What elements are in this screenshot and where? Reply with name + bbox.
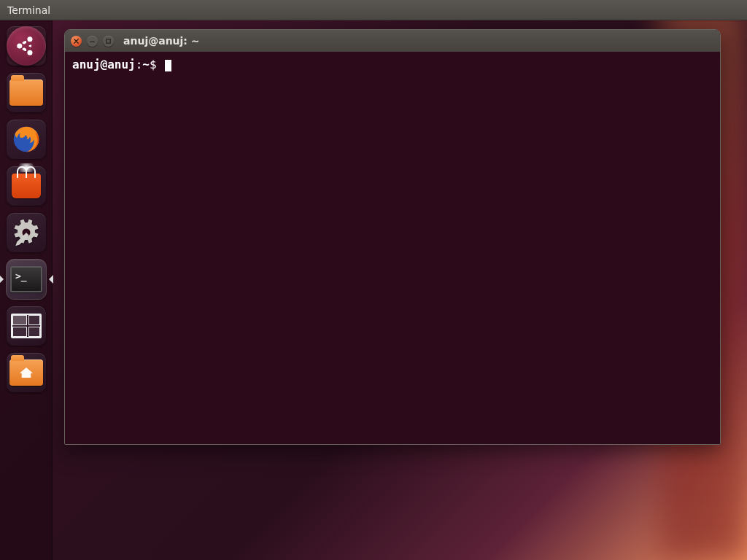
firefox-icon bbox=[9, 122, 43, 156]
prompt-path: ~ bbox=[142, 58, 150, 71]
window-maximize-button[interactable] bbox=[103, 36, 114, 47]
folder-icon bbox=[9, 79, 43, 106]
svg-point-1 bbox=[27, 36, 32, 42]
gear-wrench-icon bbox=[10, 217, 42, 249]
window-minimize-button[interactable] bbox=[87, 36, 98, 47]
minimize-icon bbox=[89, 38, 96, 44]
launcher-home-folder[interactable] bbox=[7, 353, 46, 392]
window-close-button[interactable] bbox=[71, 36, 82, 47]
shopping-bag-icon bbox=[12, 174, 41, 198]
launcher-settings[interactable] bbox=[7, 213, 46, 252]
ubuntu-logo-icon bbox=[7, 26, 46, 66]
global-menubar: Terminal bbox=[0, 0, 747, 20]
svg-rect-5 bbox=[107, 39, 110, 42]
menubar-app-name[interactable]: Terminal bbox=[7, 4, 50, 16]
terminal-window: anuj@anuj: ~ anuj@anuj:~$ bbox=[64, 29, 721, 445]
prompt-userhost: anuj@anuj bbox=[72, 58, 136, 71]
prompt-separator: : bbox=[136, 58, 143, 71]
launcher-software-center[interactable] bbox=[7, 166, 46, 206]
launcher-terminal[interactable] bbox=[7, 260, 46, 299]
home-folder-icon bbox=[9, 359, 43, 386]
launcher-firefox[interactable] bbox=[7, 120, 46, 159]
svg-point-0 bbox=[17, 43, 22, 48]
window-title: anuj@anuj: ~ bbox=[123, 35, 200, 47]
terminal-cursor bbox=[165, 60, 171, 71]
unity-launcher bbox=[0, 20, 53, 560]
launcher-files[interactable] bbox=[7, 73, 46, 112]
maximize-icon bbox=[105, 38, 112, 44]
workspace-switcher-icon bbox=[11, 314, 42, 338]
window-titlebar[interactable]: anuj@anuj: ~ bbox=[65, 30, 720, 52]
svg-point-2 bbox=[27, 50, 32, 55]
launcher-workspace-switcher[interactable] bbox=[7, 306, 46, 346]
prompt-symbol: $ bbox=[150, 58, 157, 71]
close-icon bbox=[73, 38, 80, 44]
terminal-body[interactable]: anuj@anuj:~$ bbox=[65, 52, 720, 444]
terminal-icon bbox=[10, 266, 42, 292]
launcher-dash-home[interactable] bbox=[7, 26, 46, 66]
